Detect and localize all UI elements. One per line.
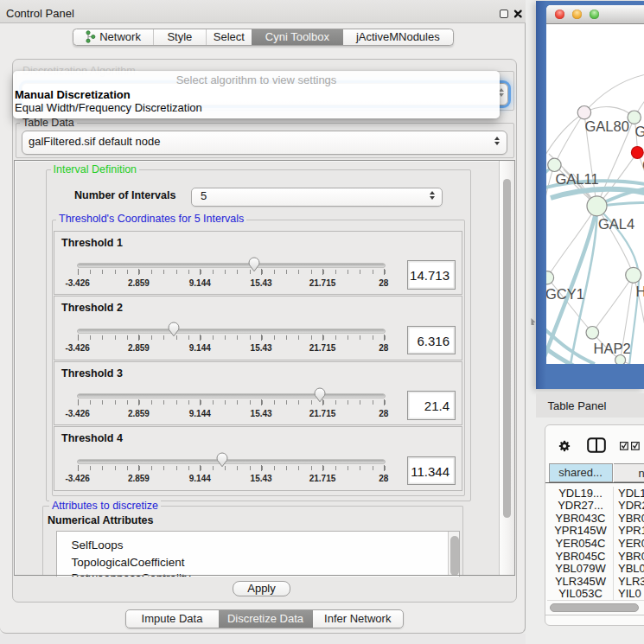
svg-text:GAL11: GAL11 <box>555 170 598 186</box>
svg-text:HAP2: HAP2 <box>593 341 630 356</box>
svg-text:H: H <box>635 283 644 298</box>
svg-text:GCY1: GCY1 <box>546 285 584 301</box>
svg-text:GAL4: GAL4 <box>598 216 634 232</box>
svg-text:G.: G. <box>634 124 644 139</box>
svg-text:GAL80: GAL80 <box>584 118 628 134</box>
